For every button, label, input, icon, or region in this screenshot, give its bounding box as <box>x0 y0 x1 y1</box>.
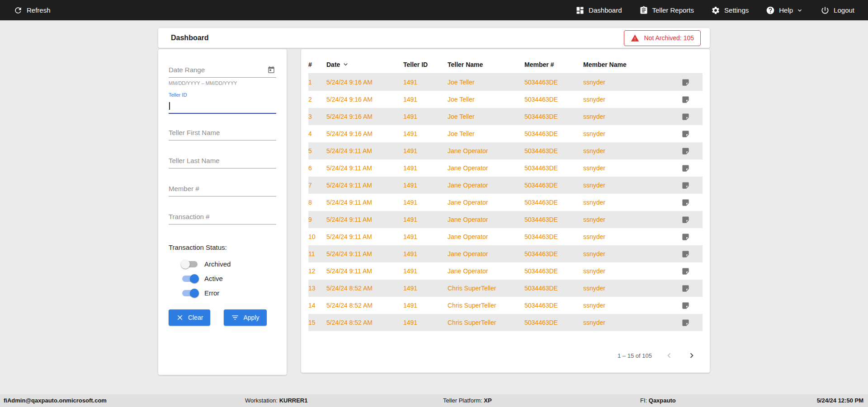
current-datetime: 5/24/24 12:50 PM <box>817 394 863 407</box>
table-row[interactable]: 1 5/24/24 9:16 AM 1491 Joe Teller 503446… <box>308 74 703 91</box>
nav-logout[interactable]: Logout <box>821 6 854 15</box>
calendar-icon[interactable] <box>267 66 275 74</box>
table-row[interactable]: 4 5/24/24 9:16 AM 1491 Joe Teller 503446… <box>308 125 703 142</box>
active-switch[interactable] <box>182 276 198 282</box>
table-row[interactable]: 3 5/24/24 9:16 AM 1491 Joe Teller 503446… <box>308 108 703 125</box>
row-teller-name: Chris SuperTeller <box>448 302 524 309</box>
row-number: 10 <box>308 233 326 240</box>
note-icon[interactable] <box>681 147 690 155</box>
row-teller-id: 1491 <box>403 250 448 257</box>
error-switch[interactable] <box>182 290 198 296</box>
row-member-number: 5034463DE <box>524 285 583 292</box>
note-icon[interactable] <box>681 233 690 241</box>
note-icon[interactable] <box>681 318 690 327</box>
table-row[interactable]: 13 5/24/24 8:52 AM 1491 Chris SuperTelle… <box>308 280 703 297</box>
text-caret <box>169 102 170 110</box>
table-row[interactable]: 5 5/24/24 9:11 AM 1491 Jane Operator 503… <box>308 142 703 159</box>
row-date: 5/24/24 9:16 AM <box>326 113 403 120</box>
row-teller-id: 1491 <box>403 302 448 309</box>
row-teller-id: 1491 <box>403 285 448 292</box>
note-icon[interactable] <box>681 250 690 258</box>
row-member-number: 5034463DE <box>524 130 583 137</box>
row-member-name: ssnyder <box>583 302 668 309</box>
row-member-name: ssnyder <box>583 233 668 240</box>
note-icon[interactable] <box>681 198 690 207</box>
table-row[interactable]: 15 5/24/24 8:52 AM 1491 Chris SuperTelle… <box>308 314 703 331</box>
apply-button[interactable]: Apply <box>224 309 266 326</box>
row-member-name: ssnyder <box>583 267 668 275</box>
table-row[interactable]: 7 5/24/24 9:11 AM 1491 Jane Operator 503… <box>308 177 703 194</box>
note-icon[interactable] <box>681 112 690 121</box>
row-date: 5/24/24 9:11 AM <box>326 199 403 206</box>
row-member-number: 5034463DE <box>524 319 583 326</box>
row-member-name: ssnyder <box>583 319 668 326</box>
row-date: 5/24/24 9:11 AM <box>326 182 403 189</box>
note-icon[interactable] <box>681 215 690 224</box>
col-teller-name: Teller Name <box>448 61 524 68</box>
filter-panel: MM/DD/YYYY – MM/DD/YYYY Teller ID <box>158 49 287 375</box>
transaction-number-field <box>169 210 276 225</box>
archived-switch[interactable] <box>182 261 198 267</box>
col-date[interactable]: Date <box>326 61 403 68</box>
nav-label: Logout <box>834 6 854 14</box>
switch-knob <box>181 260 190 269</box>
row-number: 2 <box>308 96 326 103</box>
row-number: 5 <box>308 147 326 154</box>
nav-label: Help <box>779 6 793 14</box>
nav-dashboard[interactable]: Dashboard <box>576 6 622 15</box>
row-number: 12 <box>308 267 326 275</box>
note-icon[interactable] <box>681 164 690 173</box>
note-icon[interactable] <box>681 181 690 190</box>
row-teller-id: 1491 <box>403 79 448 86</box>
row-number: 15 <box>308 319 326 326</box>
clear-button[interactable]: Clear <box>169 309 210 326</box>
row-teller-id: 1491 <box>403 147 448 154</box>
row-number: 9 <box>308 216 326 223</box>
col-date-label: Date <box>326 61 340 68</box>
table-row[interactable]: 8 5/24/24 9:11 AM 1491 Jane Operator 503… <box>308 194 703 211</box>
table-row[interactable]: 11 5/24/24 9:11 AM 1491 Jane Operator 50… <box>308 245 703 262</box>
note-icon[interactable] <box>681 301 690 310</box>
note-icon[interactable] <box>681 130 690 138</box>
main-content: Dashboard Not Archived: 105 MM/DD/YYYY –… <box>158 28 710 375</box>
teller-first-name-input[interactable] <box>169 126 276 140</box>
teller-id-field: Teller ID <box>169 92 276 114</box>
table-row[interactable]: 2 5/24/24 9:16 AM 1491 Joe Teller 503446… <box>308 91 703 108</box>
col-teller-id: Teller ID <box>403 61 448 68</box>
apply-label: Apply <box>243 314 259 321</box>
refresh-button[interactable]: Refresh <box>14 6 51 15</box>
sort-chevron-down-icon <box>342 61 349 68</box>
nav-settings[interactable]: Settings <box>711 6 749 15</box>
pagination-label: 1 – 15 of 105 <box>618 352 652 359</box>
date-range-input[interactable] <box>169 63 276 78</box>
nav-teller-reports[interactable]: Teller Reports <box>639 6 694 15</box>
note-icon[interactable] <box>681 284 690 293</box>
nav-help[interactable]: Help <box>766 6 803 15</box>
row-member-number: 5034463DE <box>524 216 583 223</box>
row-number: 6 <box>308 164 326 172</box>
table-row[interactable]: 10 5/24/24 9:11 AM 1491 Jane Operator 50… <box>308 228 703 245</box>
toggle-archived[interactable]: Archived <box>182 260 276 268</box>
table-row[interactable]: 12 5/24/24 9:11 AM 1491 Jane Operator 50… <box>308 262 703 280</box>
note-icon[interactable] <box>681 267 690 276</box>
teller-id-input[interactable] <box>169 98 276 114</box>
not-archived-badge[interactable]: Not Archived: 105 <box>624 30 701 46</box>
clear-label: Clear <box>188 314 203 321</box>
table-row[interactable]: 9 5/24/24 9:11 AM 1491 Jane Operator 503… <box>308 211 703 228</box>
member-number-input[interactable] <box>169 182 276 196</box>
row-teller-name: Chris SuperTeller <box>448 285 524 292</box>
row-date: 5/24/24 9:16 AM <box>326 130 403 137</box>
next-page-button[interactable] <box>686 350 697 361</box>
note-icon[interactable] <box>681 95 690 104</box>
transaction-number-input[interactable] <box>169 210 276 225</box>
row-date: 5/24/24 9:16 AM <box>326 79 403 86</box>
toggle-active[interactable]: Active <box>182 275 276 282</box>
toggle-error[interactable]: Error <box>182 289 276 297</box>
switch-knob <box>190 274 199 283</box>
row-teller-name: Jane Operator <box>448 216 524 223</box>
teller-last-name-input[interactable] <box>169 154 276 168</box>
table-row[interactable]: 14 5/24/24 8:52 AM 1491 Chris SuperTelle… <box>308 297 703 314</box>
table-row[interactable]: 6 5/24/24 9:11 AM 1491 Jane Operator 503… <box>308 159 703 177</box>
prev-page-button[interactable] <box>664 350 675 361</box>
note-icon[interactable] <box>681 78 690 87</box>
